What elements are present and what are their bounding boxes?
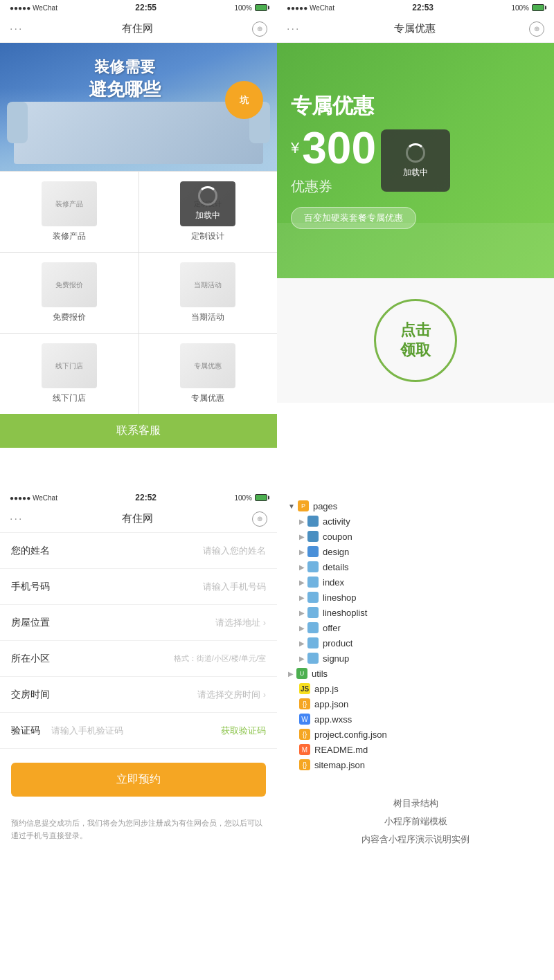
grid-item-quote[interactable]: 免费报价 免费报价 <box>0 253 138 333</box>
grid-item-activity[interactable]: 当期活动 当期活动 <box>139 253 278 333</box>
battery-icon-rt <box>532 4 544 11</box>
tree-pages-root[interactable]: ▼ P pages <box>288 498 543 514</box>
tree-appjs[interactable]: JS app.js <box>288 681 543 696</box>
form-row-location[interactable]: 房屋位置 请选择地址 <box>0 605 277 641</box>
submit-btn-lb[interactable]: 立即预约 <box>11 763 266 797</box>
get-code-btn[interactable]: 获取验证码 <box>221 725 266 737</box>
icon-offer <box>307 622 319 633</box>
name-lineshoplist: lineshoplist <box>323 608 367 618</box>
right-icons-lt: 100% <box>234 4 267 12</box>
store-label: 线下门店 <box>53 392 86 404</box>
status-bar-lt: ●●●●● WeChat 22:55 100% <box>0 0 277 15</box>
bottom-caption-rb: 树目录结构 小程序前端模板 内容含小程序演示说明实例 <box>277 781 554 855</box>
input-community[interactable]: 格式：街道/小区/楼/单元/室 <box>56 653 266 664</box>
name-offer: offer <box>323 623 341 633</box>
icon-coupon <box>307 531 319 542</box>
icon-readme: M <box>299 744 310 755</box>
form-row-community[interactable]: 所在小区 格式：街道/小区/楼/单元/室 <box>0 641 277 677</box>
icon-index <box>307 577 319 588</box>
tree-appjson[interactable]: {} app.json <box>288 696 543 711</box>
store-icon: 线下门店 <box>42 343 97 388</box>
tree-utils[interactable]: ▶ U utils <box>288 666 543 681</box>
spinner-custom <box>198 186 217 206</box>
name-readme: README.md <box>314 745 368 755</box>
tree-product[interactable]: ▶ product <box>288 635 543 651</box>
icon-signup <box>307 653 319 664</box>
quote-icon: 免费报价 <box>42 262 97 307</box>
caption-line3: 内容含小程序演示说明实例 <box>284 831 547 849</box>
nav-circle-lt[interactable]: ⊕ <box>252 21 267 37</box>
grid-item-renovation[interactable]: 装修产品 装修产品 <box>0 172 138 252</box>
tree-design[interactable]: ▶ design <box>288 544 543 559</box>
nav-circle-rt[interactable]: ⊕ <box>529 21 544 37</box>
tree-coupon[interactable]: ▶ coupon <box>288 529 543 544</box>
tree-appwxss[interactable]: W app.wxss <box>288 711 543 727</box>
arrow-lineshop: ▶ <box>299 594 305 601</box>
label-location: 房屋位置 <box>11 617 56 629</box>
claim-text-line2: 领取 <box>400 341 431 361</box>
arrow-activity: ▶ <box>299 518 305 525</box>
form-row-time[interactable]: 交房时间 请选择交房时间 <box>0 677 277 713</box>
input-time[interactable]: 请选择交房时间 <box>56 689 266 701</box>
yen-symbol: ¥ <box>291 139 299 157</box>
tree-lineshoplist[interactable]: ▶ lineshoplist <box>288 605 543 620</box>
nav-title-lt: 有住网 <box>122 22 153 35</box>
name-appjs: app.js <box>314 684 339 694</box>
right-icons-lb: 100% <box>234 494 267 502</box>
contact-btn-lt[interactable]: 联系客服 <box>0 414 277 448</box>
name-lineshop: lineshop <box>323 592 356 603</box>
hero-banner-lt: 装修需要 避免哪些 坑 <box>0 43 277 171</box>
nav-circle-lb[interactable]: ⊕ <box>252 511 267 527</box>
tree-projectconfig[interactable]: {} project.config.json <box>288 727 543 742</box>
tree-sitemap[interactable]: {} sitemap.json <box>288 757 543 772</box>
tree-signup[interactable]: ▶ signup <box>288 651 543 666</box>
tree-lineshop[interactable]: ▶ lineshop <box>288 590 543 605</box>
name-coupon: coupon <box>323 532 352 542</box>
input-name[interactable]: 请输入您的姓名 <box>56 545 266 557</box>
tree-details[interactable]: ▶ details <box>288 559 543 574</box>
icon-lineshop <box>307 592 319 603</box>
tree-readme[interactable]: M README.md <box>288 742 543 757</box>
input-phone[interactable]: 请输入手机号码 <box>56 581 266 593</box>
arrow-design: ▶ <box>299 548 305 556</box>
name-index: index <box>323 577 344 588</box>
input-verify[interactable]: 请输入手机验证码 <box>51 725 221 737</box>
battery-pct-rt: 100% <box>511 4 529 12</box>
grid-item-custom[interactable]: 定制设计 加载中 定制设计 <box>139 172 278 252</box>
activity-icon: 当期活动 <box>180 262 235 307</box>
renovation-label: 装修产品 <box>53 230 86 242</box>
nav-dots-rt[interactable]: ··· <box>287 23 300 35</box>
nav-dots-lt[interactable]: ··· <box>10 23 23 35</box>
icon-activity <box>307 516 319 527</box>
nav-bar-rt: ··· 专属优惠 ⊕ <box>277 15 554 43</box>
icon-appjs: JS <box>299 683 310 694</box>
claim-circle-btn[interactable]: 点击 领取 <box>374 299 457 382</box>
loading-overlay-custom: 加载中 <box>180 181 235 226</box>
name-design: design <box>323 547 349 557</box>
grid-item-store[interactable]: 线下门店 线下门店 <box>0 334 138 414</box>
green-hero-tag: 百变加硬装套餐专属优惠 <box>291 207 416 229</box>
form-section-lb: 您的姓名 请输入您的姓名 手机号码 请输入手机号码 房屋位置 请选择地址 所在小… <box>0 533 277 749</box>
icon-design <box>307 546 319 557</box>
tree-offer[interactable]: ▶ offer <box>288 620 543 635</box>
battery-icon-lt <box>255 4 267 11</box>
nav-dots-lb[interactable]: ··· <box>10 513 23 525</box>
arrow-coupon: ▶ <box>299 533 305 541</box>
name-appjson: app.json <box>314 699 348 709</box>
arrow-offer: ▶ <box>299 624 305 632</box>
form-row-verify[interactable]: 验证码 请输入手机验证码 获取验证码 <box>0 713 277 749</box>
tree-activity[interactable]: ▶ activity <box>288 514 543 529</box>
form-row-phone[interactable]: 手机号码 请输入手机号码 <box>0 569 277 605</box>
icon-sitemap: {} <box>299 759 310 770</box>
name-activity: activity <box>323 516 350 527</box>
input-location[interactable]: 请选择地址 <box>56 617 266 629</box>
time-rt: 22:53 <box>412 3 434 12</box>
tree-index[interactable]: ▶ index <box>288 574 543 590</box>
arrow-signup: ▶ <box>299 655 305 662</box>
battery-pct-lt: 100% <box>234 4 252 12</box>
battery-pct-lb: 100% <box>234 494 252 502</box>
label-phone: 手机号码 <box>11 581 56 593</box>
claim-section-rt: 点击 领取 <box>277 278 554 403</box>
form-row-name[interactable]: 您的姓名 请输入您的姓名 <box>0 533 277 569</box>
grid-item-offer-grid[interactable]: 专属优惠 专属优惠 <box>139 334 278 414</box>
